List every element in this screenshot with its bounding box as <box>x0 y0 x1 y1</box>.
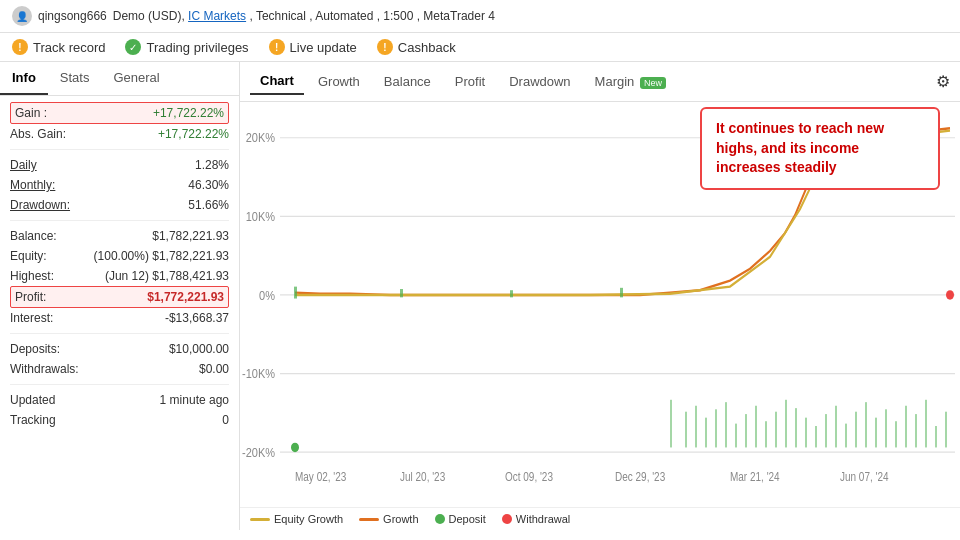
chart-tab-balance[interactable]: Balance <box>374 69 441 94</box>
svg-rect-32 <box>795 408 797 447</box>
stat-row-drawdown: Drawdown: 51.66% <box>10 195 229 215</box>
svg-rect-42 <box>895 421 897 447</box>
deposit-label: Deposit <box>449 513 486 525</box>
stat-label-balance: Balance: <box>10 229 57 243</box>
nav-cashback[interactable]: ! Cashback <box>377 39 456 55</box>
svg-rect-24 <box>715 409 717 447</box>
stat-value-updated: 1 minute ago <box>160 393 229 407</box>
stat-label-abs-gain: Abs. Gain: <box>10 127 66 141</box>
svg-text:-20K%: -20K% <box>242 445 275 460</box>
svg-rect-46 <box>935 426 937 447</box>
legend-withdrawal: Withdrawal <box>502 513 570 525</box>
stat-row-gain: Gain : +17,722.22% <box>10 102 229 124</box>
chart-legend: Equity Growth Growth Deposit Withdrawal <box>240 507 960 530</box>
svg-text:-10K%: -10K% <box>242 366 275 381</box>
right-panel: Chart Growth Balance Profit Drawdown Mar… <box>240 62 960 530</box>
svg-rect-29 <box>765 421 767 447</box>
stat-label-drawdown: Drawdown: <box>10 198 70 212</box>
stat-row-profit: Profit: $1,772,221.93 <box>10 286 229 308</box>
cashback-label: Cashback <box>398 40 456 55</box>
nav-track-record[interactable]: ! Track record <box>12 39 105 55</box>
svg-rect-16 <box>294 287 297 299</box>
stat-row-highest: Highest: (Jun 12) $1,788,421.93 <box>10 266 229 286</box>
chart-tab-margin[interactable]: Margin New <box>585 69 676 94</box>
cashback-icon: ! <box>377 39 393 55</box>
stat-value-equity: (100.00%) $1,782,221.93 <box>94 249 229 263</box>
equity-growth-label: Equity Growth <box>274 513 343 525</box>
stat-label-gain: Gain : <box>15 106 47 120</box>
svg-rect-40 <box>875 418 877 448</box>
filter-icon[interactable]: ⚙ <box>936 72 950 91</box>
svg-rect-26 <box>735 424 737 448</box>
nav-trading-privileges[interactable]: ✓ Trading privileges <box>125 39 248 55</box>
username: qingsong666 <box>38 9 107 23</box>
top-bar: 👤 qingsong666 Demo (USD), IC Markets , T… <box>0 0 960 33</box>
nav-bar: ! Track record ✓ Trading privileges ! Li… <box>0 33 960 62</box>
stat-label-monthly: Monthly: <box>10 178 55 192</box>
stat-value-abs-gain: +17,722.22% <box>158 127 229 141</box>
stat-value-drawdown: 51.66% <box>188 198 229 212</box>
track-record-label: Track record <box>33 40 105 55</box>
svg-rect-18 <box>510 290 513 297</box>
main-content: Info Stats General Gain : +17,722.22% Ab… <box>0 62 960 530</box>
growth-line <box>359 518 379 521</box>
chart-tab-profit[interactable]: Profit <box>445 69 495 94</box>
svg-text:20K%: 20K% <box>246 131 276 146</box>
stat-row-withdrawals: Withdrawals: $0.00 <box>10 359 229 379</box>
svg-rect-27 <box>745 414 747 447</box>
svg-rect-38 <box>855 412 857 448</box>
track-record-icon: ! <box>12 39 28 55</box>
broker-link[interactable]: IC Markets <box>188 9 246 23</box>
account-info: Demo (USD), IC Markets , Technical , Aut… <box>113 9 495 23</box>
tab-general[interactable]: General <box>101 62 171 95</box>
legend-growth: Growth <box>359 513 418 525</box>
trading-privileges-icon: ✓ <box>125 39 141 55</box>
stat-label-profit: Profit: <box>15 290 46 304</box>
chart-tab-drawdown[interactable]: Drawdown <box>499 69 580 94</box>
trading-privileges-label: Trading privileges <box>146 40 248 55</box>
svg-text:10K%: 10K% <box>246 209 276 224</box>
svg-rect-21 <box>685 412 687 448</box>
tab-info[interactable]: Info <box>0 62 48 95</box>
svg-rect-23 <box>705 418 707 448</box>
chart-tab-growth[interactable]: Growth <box>308 69 370 94</box>
svg-rect-45 <box>925 400 927 448</box>
chart-tab-chart[interactable]: Chart <box>250 68 304 95</box>
svg-rect-35 <box>825 414 827 447</box>
user-info: 👤 qingsong666 Demo (USD), IC Markets , T… <box>12 6 495 26</box>
chart-tabs: Chart Growth Balance Profit Drawdown Mar… <box>240 62 960 102</box>
stat-row-abs-gain: Abs. Gain: +17,722.22% <box>10 124 229 144</box>
stat-row-equity: Equity: (100.00%) $1,782,221.93 <box>10 246 229 266</box>
stat-value-balance: $1,782,221.93 <box>152 229 229 243</box>
svg-rect-47 <box>945 412 947 448</box>
svg-rect-34 <box>815 426 817 447</box>
equity-growth-line <box>250 518 270 521</box>
svg-text:Oct 09, '23: Oct 09, '23 <box>505 470 553 483</box>
stat-label-updated: Updated <box>10 393 55 407</box>
svg-rect-44 <box>915 414 917 447</box>
stat-value-deposits: $10,000.00 <box>169 342 229 356</box>
nav-live-update[interactable]: ! Live update <box>269 39 357 55</box>
live-update-label: Live update <box>290 40 357 55</box>
deposit-dot <box>435 514 445 524</box>
stat-row-updated: Updated 1 minute ago <box>10 390 229 410</box>
tab-stats[interactable]: Stats <box>48 62 102 95</box>
stat-label-highest: Highest: <box>10 269 54 283</box>
stat-value-gain: +17,722.22% <box>153 106 224 120</box>
stat-value-monthly: 46.30% <box>188 178 229 192</box>
chart-tooltip: It continues to reach new highs, and its… <box>700 107 940 190</box>
stat-row-deposits: Deposits: $10,000.00 <box>10 339 229 359</box>
svg-rect-43 <box>905 406 907 448</box>
svg-text:Mar 21, '24: Mar 21, '24 <box>730 470 780 483</box>
stat-label-equity: Equity: <box>10 249 47 263</box>
svg-rect-17 <box>400 289 403 297</box>
svg-rect-37 <box>845 424 847 448</box>
svg-text:Dec 29, '23: Dec 29, '23 <box>615 470 665 483</box>
left-tabs: Info Stats General <box>0 62 239 96</box>
stat-label-withdrawals: Withdrawals: <box>10 362 79 376</box>
user-avatar: 👤 <box>12 6 32 26</box>
svg-rect-25 <box>725 402 727 447</box>
svg-rect-20 <box>670 400 672 448</box>
svg-rect-33 <box>805 418 807 448</box>
svg-rect-28 <box>755 406 757 448</box>
